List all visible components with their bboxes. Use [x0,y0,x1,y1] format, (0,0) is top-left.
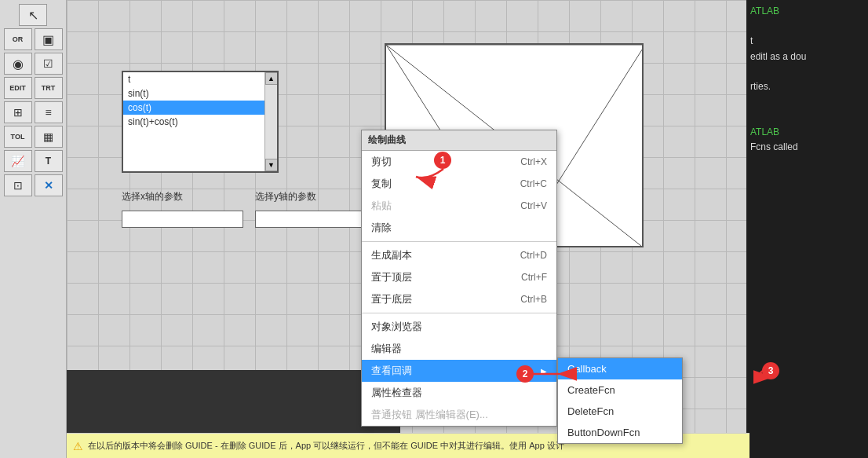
yaxis-input[interactable] [255,211,377,228]
ctx-bring-front[interactable]: 置于顶层 Ctrl+F [362,266,556,288]
list-item-cost[interactable]: cos(t) [123,101,264,115]
ctx-sep-2 [362,313,556,313]
right-panel: ATLAB t editl as a dou rties. ATLAB Fcns… [746,0,868,458]
ctx-paste-label: 粘贴 [371,199,392,213]
code-line-10: Fcns called [750,140,864,155]
xaxis-input[interactable] [122,211,243,228]
ctx-copy-shortcut: Ctrl+C [520,178,547,189]
ctx-sep-1 [362,241,556,242]
ctx-paste-shortcut: Ctrl+V [520,200,547,211]
dark-bottom-area [67,370,400,433]
code-line-6: rties. [750,79,864,94]
warning-text: 在以后的版本中将会删除 GUIDE - 在删除 GUIDE 后，App 可以继续… [88,440,564,452]
table-btn[interactable]: ▦ [35,126,63,148]
edit-btn[interactable]: EDIT [4,77,32,99]
ctx-clear[interactable]: 清除 [362,217,556,239]
ctx-clear-label: 清除 [371,221,392,235]
ctx-send-back-label: 置于底层 [371,292,412,306]
ctx-duplicate-shortcut: Ctrl+D [520,250,547,261]
code-line-2 [750,19,864,34]
chart-btn[interactable]: 📈 [4,150,32,172]
ctx-send-back-shortcut: Ctrl+B [520,294,547,305]
arrow-tool-btn[interactable]: ↖ [19,4,47,26]
ctx-bring-front-shortcut: Ctrl+F [521,272,547,283]
code-line-1: ATLAB [750,4,864,19]
scroll-down[interactable]: ▼ [265,159,278,171]
ctx-duplicate-label: 生成副本 [371,248,412,262]
ctx-editor-label: 编辑器 [371,342,402,356]
submenu-deletefcn[interactable]: DeleteFcn [558,401,682,422]
txt-btn[interactable]: TRT [35,77,63,99]
ctx-copy[interactable]: 复制 Ctrl+C [362,173,556,195]
warning-icon: ⚠ [73,440,83,453]
ctx-submenu-arrow: ▶ [541,367,547,376]
ctx-send-back[interactable]: 置于底层 Ctrl+B [362,288,556,310]
label-btn[interactable]: T [35,150,63,172]
ctx-duplicate[interactable]: 生成副本 Ctrl+D [362,244,556,266]
ctx-bring-front-label: 置于顶层 [371,270,412,284]
rect-btn[interactable]: ▣ [35,28,63,50]
code-line-8 [750,109,864,124]
tol-btn[interactable]: TOL [4,126,32,148]
ctx-property-inspector-label: 属性检查器 [371,386,422,400]
yaxis-label: 选择y轴的参数 [255,190,316,203]
ctx-property-editor-label: 普通按钮 属性编辑器(E)... [371,408,488,422]
list-box[interactable]: t sin(t) cos(t) sin(t)+cos(t) ▲ ▼ [122,71,279,173]
list-item-t[interactable]: t [123,72,264,86]
ctx-obj-browser-label: 对象浏览器 [371,320,422,334]
context-menu-header: 绘制曲线 [362,130,556,151]
submenu-buttondownfcn[interactable]: ButtonDownFcn [558,422,682,443]
ctx-obj-browser[interactable]: 对象浏览器 [362,316,556,338]
list-item-sint[interactable]: sin(t) [123,86,264,101]
ctx-cut-label: 剪切 [371,155,392,169]
circle-btn[interactable]: ◉ [4,53,32,75]
or-btn[interactable]: OR [4,28,32,50]
badge-1: 1 [434,152,451,169]
cross-btn[interactable]: ✕ [35,174,63,196]
submenu[interactable]: Callback CreateFcn DeleteFcn ButtonDownF… [557,357,683,444]
check-btn[interactable]: ☑ [35,53,63,75]
xaxis-label: 选择x轴的参数 [122,190,183,203]
code-line-5 [750,64,864,79]
list-scrollbar[interactable]: ▲ ▼ [264,72,277,171]
ctx-paste[interactable]: 粘贴 Ctrl+V [362,195,556,217]
ctx-editor[interactable]: 编辑器 [362,338,556,360]
code-line-4: editl as a dou [750,49,864,64]
code-line-9: ATLAB [750,125,864,140]
list-item-sintcost[interactable]: sin(t)+cos(t) [123,115,264,129]
grid-btn[interactable]: ⊞ [4,101,32,123]
ctx-copy-label: 复制 [371,177,392,191]
badge-3: 3 [762,362,779,379]
ctx-view-callback-label: 查看回调 [371,364,412,378]
code-line-7 [750,94,864,109]
ctx-cut-shortcut: Ctrl+X [520,156,547,167]
ctx-property-inspector[interactable]: 属性检查器 [362,382,556,404]
scroll-up[interactable]: ▲ [265,72,278,85]
list-btn[interactable]: ≡ [35,101,63,123]
frame-btn[interactable]: ⊡ [4,174,32,196]
ctx-cut[interactable]: 剪切 Ctrl+X [362,151,556,173]
code-line-3: t [750,34,864,49]
left-toolbar: ↖ OR ▣ ◉ ☑ EDIT TRT ⊞ ≡ TOL ▦ 📈 T ⊡ ✕ [0,0,67,458]
submenu-callback[interactable]: Callback [558,358,682,379]
ctx-property-editor[interactable]: 普通按钮 属性编辑器(E)... [362,404,556,426]
submenu-createfcn[interactable]: CreateFcn [558,379,682,401]
badge-2: 2 [516,365,534,383]
